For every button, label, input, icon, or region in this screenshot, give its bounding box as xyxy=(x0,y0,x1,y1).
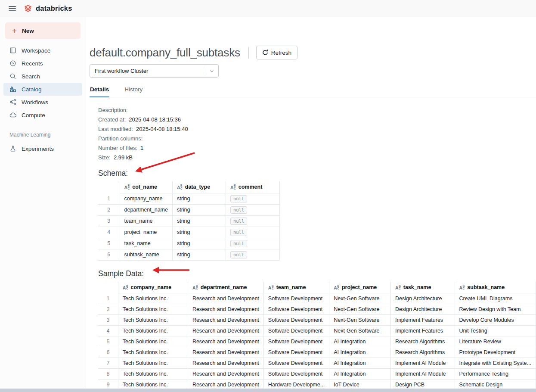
cell-data-type: string xyxy=(172,204,226,215)
cell-subtask-name: Performance Testing xyxy=(455,369,536,380)
flask-icon xyxy=(9,145,16,152)
cell-comment: null xyxy=(226,227,279,238)
table-row: 6 Tech Solutions Inc. Research and Devel… xyxy=(98,347,536,358)
cell-project-name: Next-Gen Software xyxy=(329,293,391,304)
row-number: 2 xyxy=(98,304,118,315)
cell-team-name: Software Development xyxy=(263,304,329,315)
cell-department-name: Research and Development xyxy=(188,347,263,358)
cell-data-type: string xyxy=(172,193,226,204)
detail-value: 2025-04-08 18:15:40 xyxy=(136,126,188,132)
column-header[interactable]: ABCdepartment_name xyxy=(188,282,263,293)
cell-col-name: department_name xyxy=(120,204,172,215)
sidebar: + New Workspace Recents Search Catalo xyxy=(0,17,86,392)
detail-row: Last modified:2025-04-08 18:15:40 xyxy=(98,124,536,134)
refresh-button[interactable]: Refresh xyxy=(256,46,297,59)
table-row: 6 subtask_name string null xyxy=(98,249,279,260)
tab-bar: Details History xyxy=(90,84,536,97)
cell-data-type: string xyxy=(172,249,226,260)
horizontal-scrollbar[interactable] xyxy=(0,389,536,392)
search-icon xyxy=(9,73,16,80)
new-button[interactable]: + New xyxy=(5,22,81,39)
clock-icon xyxy=(9,60,16,67)
cell-project-name: AI Integration xyxy=(329,358,391,369)
cell-department-name: Research and Development xyxy=(188,326,263,336)
schema-header-row: ABCcol_name ABCdata_type ABCcomment xyxy=(98,181,279,193)
detail-row: Created at:2025-04-08 18:15:36 xyxy=(98,115,536,124)
chevron-down-icon xyxy=(209,68,214,74)
tab-details[interactable]: Details xyxy=(90,84,109,97)
databricks-logo[interactable]: databricks xyxy=(24,4,72,13)
cell-data-type: string xyxy=(172,215,226,227)
detail-label: Description: xyxy=(98,107,128,113)
string-type-icon: ABC xyxy=(123,285,128,290)
cell-project-name: Next-Gen Software xyxy=(329,326,391,336)
databricks-logo-icon xyxy=(24,4,32,13)
column-header[interactable]: ABCdata_type xyxy=(172,181,226,193)
cell-department-name: Research and Development xyxy=(188,293,263,304)
row-number: 3 xyxy=(98,215,120,227)
cell-department-name: Research and Development xyxy=(188,369,263,380)
sidebar-item-label: Search xyxy=(22,73,40,80)
column-header[interactable]: ABCcol_name xyxy=(120,181,172,193)
tab-history[interactable]: History xyxy=(124,84,143,97)
cell-company-name: Tech Solutions Inc. xyxy=(118,347,188,358)
row-number: 6 xyxy=(98,249,120,260)
refresh-button-label: Refresh xyxy=(271,50,291,56)
table-row: 3 team_name string null xyxy=(98,215,279,227)
sidebar-item-compute[interactable]: Compute xyxy=(3,109,82,121)
sidebar-item-label: Experiments xyxy=(22,146,54,152)
schema-heading: Schema: xyxy=(98,169,536,178)
details-section: Description: Created at:2025-04-08 18:15… xyxy=(98,106,536,162)
sidebar-item-experiments[interactable]: Experiments xyxy=(3,142,82,155)
table-row: 2 Tech Solutions Inc. Research and Devel… xyxy=(98,304,536,315)
cell-task-name: Research Algorithms xyxy=(390,336,455,347)
table-row: 3 Tech Solutions Inc. Research and Devel… xyxy=(98,315,536,326)
column-header[interactable]: ABCsubtask_name xyxy=(455,282,536,293)
cloud-icon xyxy=(9,112,16,118)
cell-department-name: Research and Development xyxy=(188,358,263,369)
column-header[interactable]: ABCcomment xyxy=(226,181,279,193)
sidebar-item-workflows[interactable]: Workflows xyxy=(3,96,82,109)
detail-value: 2.99 kB xyxy=(114,154,133,161)
topbar: databricks xyxy=(0,0,536,17)
sidebar-item-catalog[interactable]: Catalog xyxy=(3,83,82,96)
row-number: 4 xyxy=(98,326,118,336)
cell-company-name: Tech Solutions Inc. xyxy=(118,304,188,315)
cell-company-name: Tech Solutions Inc. xyxy=(118,369,188,380)
table-row: 2 department_name string null xyxy=(98,204,279,215)
cell-department-name: Research and Development xyxy=(188,304,263,315)
null-badge: null xyxy=(230,218,247,225)
cell-task-name: Design Architecture xyxy=(390,293,455,304)
cell-data-type: string xyxy=(172,238,226,249)
table-row: 4 Tech Solutions Inc. Research and Devel… xyxy=(98,326,536,336)
cell-subtask-name: Create UML Diagrams xyxy=(455,293,536,304)
detail-label: Partition columns: xyxy=(98,135,143,142)
cell-project-name: AI Integration xyxy=(329,369,391,380)
row-number-header xyxy=(98,181,120,193)
cell-subtask-name: Literature Review xyxy=(455,336,536,347)
hamburger-menu-icon[interactable] xyxy=(9,6,16,11)
cell-col-name: team_name xyxy=(120,215,172,227)
column-header[interactable]: ABCteam_name xyxy=(263,282,329,293)
cell-task-name: Implement Features xyxy=(390,315,455,326)
table-row: 4 project_name string null xyxy=(98,227,279,238)
cell-col-name: project_name xyxy=(120,227,172,238)
column-header[interactable]: ABCcompany_name xyxy=(118,282,188,293)
detail-value: 1 xyxy=(140,145,143,151)
sidebar-item-recents[interactable]: Recents xyxy=(3,57,82,70)
sidebar-item-search[interactable]: Search xyxy=(3,70,82,83)
row-number: 6 xyxy=(98,347,118,358)
column-header[interactable]: ABCproject_name xyxy=(329,282,391,293)
cell-team-name: Software Development xyxy=(263,315,329,326)
cell-team-name: Software Development xyxy=(263,293,329,304)
column-header[interactable]: ABCtask_name xyxy=(390,282,455,293)
cell-company-name: Tech Solutions Inc. xyxy=(118,358,188,369)
cell-company-name: Tech Solutions Inc. xyxy=(118,326,188,336)
sidebar-item-workspace[interactable]: Workspace xyxy=(3,44,82,57)
cell-task-name: Research Algorithms xyxy=(390,347,455,358)
cluster-selector[interactable]: First workflow Cluster xyxy=(90,64,219,78)
cell-comment: null xyxy=(226,193,279,204)
detail-label: Created at: xyxy=(98,116,126,123)
cell-company-name: Tech Solutions Inc. xyxy=(118,315,188,326)
cell-team-name: Software Development xyxy=(263,336,329,347)
